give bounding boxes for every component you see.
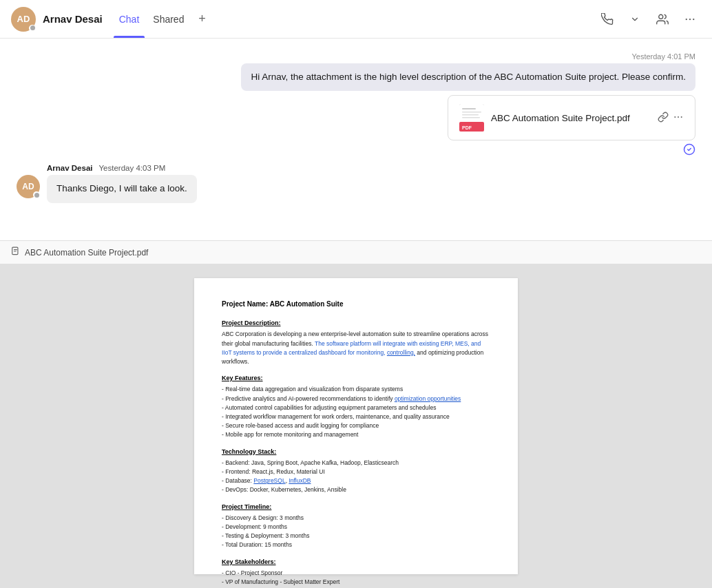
header-actions (596, 8, 701, 30)
list-item: DevOps: Docker, Kubernetes, Jenkins, Ans… (222, 485, 490, 494)
list-item: Backend: Java, Spring Boot, Apache Kafka… (222, 459, 490, 468)
read-indicator (683, 143, 695, 158)
svg-rect-11 (462, 117, 480, 118)
pdf-header-filename: ABC Automation Suite Project.pdf (25, 248, 148, 258)
attachment-card[interactable]: PDF ABC Automation Suite Project.pdf (448, 95, 695, 140)
pdf-header-bar: ABC Automation Suite Project.pdf (0, 241, 712, 264)
incoming-message-row: AD Arnav Desai Yesterday 4:03 PM Thanks … (17, 164, 695, 202)
more-options-icon (684, 13, 696, 25)
contact-name: Arnav Desai (43, 13, 103, 25)
phone-icon (601, 13, 614, 25)
pdf-file-icon: PDF (459, 104, 484, 132)
pdf-viewer[interactable]: Project Name: ABC Automation Suite Proje… (0, 264, 712, 588)
people-button[interactable] (651, 8, 673, 30)
chat-area: Yesterday 4:01 PM Hi Arnav, the attachme… (0, 39, 712, 240)
chevron-down-button[interactable] (624, 8, 646, 30)
pdf-description-body: ABC Corporation is developing a new ente… (222, 330, 490, 366)
incoming-bubble: Thanks Diego, I will take a look. (47, 175, 197, 202)
header: AD Arnav Desai Chat Shared + (0, 0, 712, 39)
outgoing-message-row: Yesterday 4:01 PM Hi Arnav, the attachme… (17, 52, 695, 158)
list-item: Real-time data aggregation and visualiza… (222, 385, 490, 394)
list-item: Secure role-based access and audit loggi… (222, 421, 490, 430)
people-icon (656, 13, 669, 25)
list-item: Frontend: React.js, Redux, Material UI (222, 468, 490, 476)
pdf-stakeholders-title: Key Stakeholders: (222, 557, 490, 567)
outgoing-bubble: Hi Arnav, the attachment is the high lev… (241, 63, 695, 91)
incoming-avatar-status (33, 191, 40, 198)
add-tab-button[interactable]: + (192, 10, 211, 29)
tab-shared[interactable]: Shared (147, 0, 189, 38)
attachment-more-icon[interactable] (673, 112, 684, 125)
pdf-features-list: Real-time data aggregation and visualiza… (222, 385, 490, 439)
pdf-tech-list: Backend: Java, Spring Boot, Apache Kafka… (222, 459, 490, 495)
list-item: Predictive analytics and AI-powered reco… (222, 395, 490, 403)
pdf-timeline-title: Project Timeline: (222, 502, 490, 512)
svg-point-0 (659, 14, 663, 19)
check-circle-icon (683, 143, 695, 158)
list-item: Development: 9 months (222, 523, 490, 532)
list-item: Database: PostgreSQL, InfluxDB (222, 476, 490, 485)
pdf-tech-title: Technology Stack: (222, 447, 490, 456)
svg-rect-10 (462, 114, 479, 116)
list-item: VP of Manufacturing - Subject Matter Exp… (222, 578, 490, 587)
avatar-status (29, 25, 36, 32)
phone-button[interactable] (596, 8, 618, 30)
list-item: Discovery & Design: 3 months (222, 514, 490, 523)
pdf-description-title: Project Description: (222, 318, 490, 328)
pdf-project-name: Project Name: ABC Automation Suite (222, 299, 490, 310)
svg-point-13 (678, 116, 679, 118)
chevron-down-icon (630, 14, 640, 24)
header-tabs: Chat Shared + (114, 0, 212, 38)
outgoing-timestamp: Yesterday 4:01 PM (631, 52, 695, 61)
pdf-section: ABC Automation Suite Project.pdf Project… (0, 240, 712, 588)
list-item: Integrated workflow management for work … (222, 412, 490, 421)
incoming-meta: Arnav Desai Yesterday 4:03 PM (47, 164, 197, 172)
pdf-stakeholders-list: CIO - Project Sponsor VP of Manufacturin… (222, 569, 490, 588)
svg-point-3 (693, 18, 694, 19)
link-icon[interactable] (658, 112, 669, 125)
svg-point-12 (674, 116, 676, 118)
list-item: Testing & Deployment: 3 months (222, 532, 490, 540)
list-item: Automated control capabilities for adjus… (222, 403, 490, 412)
list-item: CIO - Project Sponsor (222, 569, 490, 578)
svg-text:PDF: PDF (462, 125, 472, 130)
incoming-message-content: Arnav Desai Yesterday 4:03 PM Thanks Die… (47, 164, 197, 202)
more-options-button[interactable] (679, 8, 701, 30)
avatar[interactable]: AD (11, 7, 36, 32)
tab-chat[interactable]: Chat (114, 0, 145, 38)
list-item: Total Duration: 15 months (222, 540, 490, 549)
incoming-avatar: AD (17, 175, 40, 198)
pdf-page-content: Project Name: ABC Automation Suite Proje… (194, 278, 518, 574)
attachment-actions (658, 112, 684, 125)
svg-point-14 (681, 116, 682, 118)
svg-rect-9 (462, 112, 481, 113)
pdf-features-title: Key Features: (222, 373, 490, 383)
attachment-filename: ABC Automation Suite Project.pdf (491, 113, 651, 123)
svg-rect-8 (462, 108, 476, 109)
svg-point-2 (689, 18, 691, 19)
svg-point-1 (686, 18, 687, 19)
svg-rect-16 (12, 247, 18, 255)
pdf-header-file-icon (11, 246, 21, 258)
pdf-timeline-list: Discovery & Design: 3 months Development… (222, 514, 490, 550)
list-item: Mobile app for remote monitoring and man… (222, 430, 490, 439)
